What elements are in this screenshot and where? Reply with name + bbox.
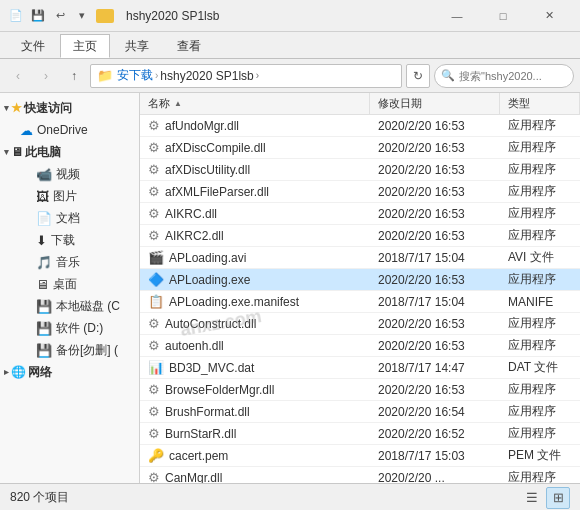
file-type: 应用程序 bbox=[500, 205, 580, 222]
sidebar-downloads-label: 下载 bbox=[51, 232, 131, 249]
file-date: 2020/2/20 16:53 bbox=[370, 185, 500, 199]
table-row[interactable]: ⚙ BrushFormat.dll 2020/2/20 16:54 应用程序 bbox=[140, 401, 580, 423]
file-date: 2020/2/20 16:53 bbox=[370, 229, 500, 243]
sidebar-item-softd[interactable]: 💾 软件 (D:) bbox=[0, 317, 139, 339]
file-date: 2020/2/20 16:53 bbox=[370, 207, 500, 221]
window-controls: — □ ✕ bbox=[434, 0, 572, 32]
file-date: 2020/2/20 16:53 bbox=[370, 163, 500, 177]
table-row[interactable]: 🔷 APLoading.exe 2020/2/20 16:53 应用程序 bbox=[140, 269, 580, 291]
sidebar-item-onedrive[interactable]: ☁ OneDrive bbox=[0, 119, 139, 141]
col-header-date[interactable]: 修改日期 bbox=[370, 93, 500, 114]
title-bar-icons: 📄 💾 ↩ ▾ bbox=[8, 8, 118, 24]
file-date: 2020/2/20 ... bbox=[370, 471, 500, 484]
back-button[interactable]: ‹ bbox=[6, 64, 30, 88]
grid-view-button[interactable]: ⊞ bbox=[546, 487, 570, 509]
file-date: 2018/7/17 15:04 bbox=[370, 251, 500, 265]
folder-title-icon bbox=[96, 9, 114, 23]
file-name: APLoading.avi bbox=[169, 251, 246, 265]
file-date: 2020/2/20 16:53 bbox=[370, 141, 500, 155]
sidebar-item-backup[interactable]: 💾 备份[勿删] ( bbox=[0, 339, 139, 361]
file-name: BrowseFolderMgr.dll bbox=[165, 383, 274, 397]
file-type-icon: 📋 bbox=[148, 294, 164, 309]
sidebar-pictures-label: 图片 bbox=[53, 188, 131, 205]
table-row[interactable]: ⚙ autoenh.dll 2020/2/20 16:53 应用程序 bbox=[140, 335, 580, 357]
sidebar-group-quickaccess[interactable]: ▾ ★ 快速访问 bbox=[0, 97, 139, 119]
file-list-container[interactable]: 名称 ▲ 修改日期 类型 ⚙ afUndoMgr.dll 2020/2/20 1… bbox=[140, 93, 580, 483]
table-row[interactable]: ⚙ afXDiscCompile.dll 2020/2/20 16:53 应用程… bbox=[140, 137, 580, 159]
sidebar-item-music[interactable]: 🎵 音乐 bbox=[0, 251, 139, 273]
sidebar-music-label: 音乐 bbox=[56, 254, 131, 271]
sidebar-item-desktop[interactable]: 🖥 桌面 bbox=[0, 273, 139, 295]
sidebar-group-thispc[interactable]: ▾ 🖥 此电脑 bbox=[0, 141, 139, 163]
sidebar-group-network[interactable]: ▸ 🌐 网络 bbox=[0, 361, 139, 383]
table-row[interactable]: 📊 BD3D_MVC.dat 2018/7/17 14:47 DAT 文件 bbox=[140, 357, 580, 379]
file-type: 应用程序 bbox=[500, 183, 580, 200]
table-row[interactable]: ⚙ afXMLFileParser.dll 2020/2/20 16:53 应用… bbox=[140, 181, 580, 203]
list-view-button[interactable]: ☰ bbox=[520, 487, 544, 509]
table-row[interactable]: ⚙ AutoConstruct.dll 2020/2/20 16:53 应用程序 bbox=[140, 313, 580, 335]
onedrive-icon: ☁ bbox=[20, 123, 33, 138]
sidebar-item-documents[interactable]: 📄 文档 bbox=[0, 207, 139, 229]
col-header-name[interactable]: 名称 ▲ bbox=[140, 93, 370, 114]
maximize-button[interactable]: □ bbox=[480, 0, 526, 32]
file-type: 应用程序 bbox=[500, 337, 580, 354]
status-bar: 820 个项目 ☰ ⊞ bbox=[0, 483, 580, 510]
col-header-type[interactable]: 类型 bbox=[500, 93, 580, 114]
chevron-network-icon: ▸ bbox=[4, 367, 9, 377]
refresh-button[interactable]: ↻ bbox=[406, 64, 430, 88]
table-row[interactable]: 🎬 APLoading.avi 2018/7/17 15:04 AVI 文件 bbox=[140, 247, 580, 269]
file-name: CanMgr.dll bbox=[165, 471, 222, 484]
main-content: anxz.com ▾ ★ 快速访问 ☁ OneDrive ▾ 🖥 此电脑 📹 视… bbox=[0, 93, 580, 483]
table-row[interactable]: ⚙ BrowseFolderMgr.dll 2020/2/20 16:53 应用… bbox=[140, 379, 580, 401]
up-button[interactable]: ↑ bbox=[62, 64, 86, 88]
file-type-icon: ⚙ bbox=[148, 118, 160, 133]
file-name: cacert.pem bbox=[169, 449, 228, 463]
file-type: 应用程序 bbox=[500, 469, 580, 483]
sidebar: ▾ ★ 快速访问 ☁ OneDrive ▾ 🖥 此电脑 📹 视频 🖼 图片 📄 … bbox=[0, 93, 140, 483]
file-type: DAT 文件 bbox=[500, 359, 580, 376]
table-row[interactable]: ⚙ afUndoMgr.dll 2020/2/20 16:53 应用程序 bbox=[140, 115, 580, 137]
file-type-icon: ⚙ bbox=[148, 470, 160, 483]
search-icon: 🔍 bbox=[441, 69, 455, 82]
table-row[interactable]: ⚙ CanMgr.dll 2020/2/20 ... 应用程序 bbox=[140, 467, 580, 483]
tab-view[interactable]: 查看 bbox=[164, 34, 214, 58]
table-row[interactable]: ⚙ BurnStarR.dll 2020/2/20 16:52 应用程序 bbox=[140, 423, 580, 445]
table-row[interactable]: ⚙ afXDiscUtility.dll 2020/2/20 16:53 应用程… bbox=[140, 159, 580, 181]
toolbar-bar: ‹ › ↑ 📁 安下载 › hshy2020 SP1lsb › ↻ 🔍 bbox=[0, 59, 580, 93]
file-type-icon: ⚙ bbox=[148, 184, 160, 199]
quick-access-icon: 📄 bbox=[8, 8, 24, 24]
tab-file[interactable]: 文件 bbox=[8, 34, 58, 58]
tab-share[interactable]: 共享 bbox=[112, 34, 162, 58]
table-row[interactable]: 🔑 cacert.pem 2018/7/17 15:03 PEM 文件 bbox=[140, 445, 580, 467]
sidebar-item-videos[interactable]: 📹 视频 bbox=[0, 163, 139, 185]
file-date: 2018/7/17 15:04 bbox=[370, 295, 500, 309]
address-crumb: 安下载 › hshy2020 SP1lsb › bbox=[117, 67, 259, 84]
file-type-icon: ⚙ bbox=[148, 140, 160, 155]
address-bar[interactable]: 📁 安下载 › hshy2020 SP1lsb › bbox=[90, 64, 402, 88]
file-list-header: 名称 ▲ 修改日期 类型 bbox=[140, 93, 580, 115]
tab-home[interactable]: 主页 bbox=[60, 34, 110, 58]
search-input[interactable] bbox=[459, 70, 567, 82]
minimize-button[interactable]: — bbox=[434, 0, 480, 32]
sidebar-item-pictures[interactable]: 🖼 图片 bbox=[0, 185, 139, 207]
file-name: AutoConstruct.dll bbox=[165, 317, 256, 331]
file-type-icon: ⚙ bbox=[148, 228, 160, 243]
sidebar-videos-label: 视频 bbox=[56, 166, 131, 183]
sidebar-backup-label: 备份[勿删] ( bbox=[56, 342, 131, 359]
close-button[interactable]: ✕ bbox=[526, 0, 572, 32]
table-row[interactable]: 📋 APLoading.exe.manifest 2018/7/17 15:04… bbox=[140, 291, 580, 313]
forward-button[interactable]: › bbox=[34, 64, 58, 88]
address-part-folder[interactable]: hshy2020 SP1lsb bbox=[160, 69, 253, 83]
search-bar[interactable]: 🔍 bbox=[434, 64, 574, 88]
file-date: 2020/2/20 16:53 bbox=[370, 273, 500, 287]
dropdown-arrow-icon[interactable]: ▾ bbox=[74, 8, 90, 24]
address-dropdown-arrow[interactable]: › bbox=[256, 70, 259, 81]
table-row[interactable]: ⚙ AIKRC.dll 2020/2/20 16:53 应用程序 bbox=[140, 203, 580, 225]
table-row[interactable]: ⚙ AIKRC2.dll 2020/2/20 16:53 应用程序 bbox=[140, 225, 580, 247]
sidebar-item-downloads[interactable]: ⬇ 下载 bbox=[0, 229, 139, 251]
downloads-icon: ⬇ bbox=[36, 233, 47, 248]
sidebar-item-localc[interactable]: 💾 本地磁盘 (C bbox=[0, 295, 139, 317]
file-type-icon: ⚙ bbox=[148, 206, 160, 221]
address-part-downloads[interactable]: 安下载 bbox=[117, 67, 153, 84]
file-type: 应用程序 bbox=[500, 425, 580, 442]
